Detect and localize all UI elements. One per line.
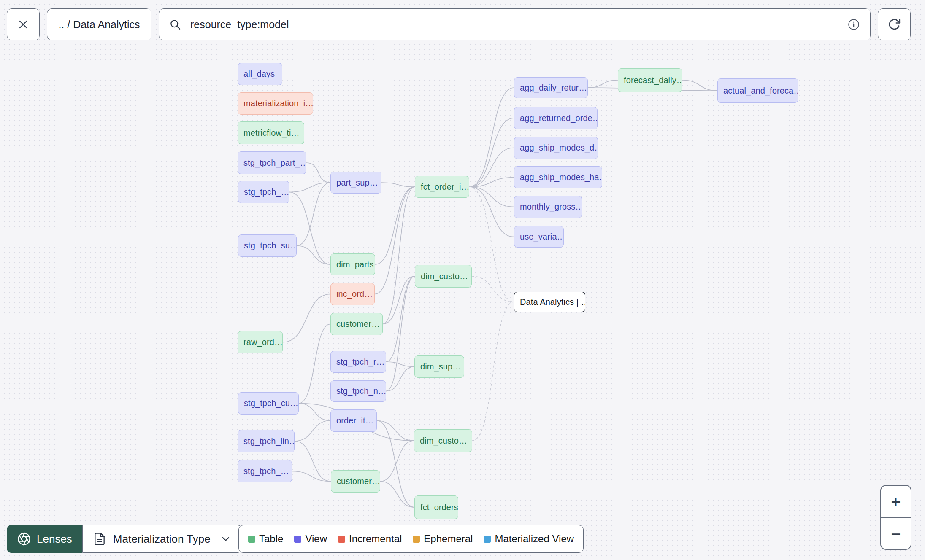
graph-node-customer_a[interactable]: customer… [330,313,383,335]
graph-nodes: all_daysmaterialization_i…metricflow_ti…… [0,0,925,560]
graph-node-dim_parts[interactable]: dim_parts [330,253,375,275]
graph-node-raw_ord[interactable]: raw_ord… [238,331,283,353]
lineage-graph-app: all_daysmaterialization_i…metricflow_ti…… [0,0,925,560]
legend-item-table: Table [248,533,283,545]
lens-selected-label: Materialization Type [113,533,211,546]
graph-node-stg_tpch_su[interactable]: stg_tpch_su… [238,234,297,257]
search-bar [159,8,871,40]
breadcrumb-label: .. / Data Analytics [58,19,140,31]
graph-node-fct_orders[interactable]: fct_orders [414,495,458,519]
graph-node-order_it[interactable]: order_it… [330,409,377,432]
breadcrumb[interactable]: .. / Data Analytics [47,8,151,40]
legend-label: Ephemeral [424,533,473,545]
graph-node-stg_tpch_part[interactable]: stg_tpch_part_… [238,151,306,174]
lens-selector[interactable]: Materialization Type [82,525,242,553]
zoom-controls: + − [880,485,911,550]
graph-node-materialization_i[interactable]: materialization_i… [238,92,313,115]
close-icon [16,18,30,31]
legend-item-ephemeral: Ephemeral [413,533,473,545]
document-icon [93,532,106,546]
graph-node-metricflow_ti[interactable]: metricflow_ti… [238,121,304,144]
graph-node-stg_tpch_a[interactable]: stg_tpch_… [238,181,289,203]
legend-swatch [484,536,491,543]
close-button[interactable] [7,8,40,40]
legend-swatch [338,536,345,543]
graph-node-dim_sup[interactable]: dim_sup… [414,355,464,378]
graph-node-customer_b[interactable]: customer… [331,470,380,493]
graph-node-stg_tpch_cu[interactable]: stg_tpch_cu… [238,392,299,415]
graph-node-agg_ship_modes_ha[interactable]: agg_ship_modes_ha… [514,166,602,188]
graph-node-dim_custo_a[interactable]: dim_custo… [415,265,472,288]
legend-label: Incremental [349,533,402,545]
legend-item-materialized-view: Materialized View [484,533,574,545]
chevron-down-icon [220,533,232,545]
graph-node-agg_ship_modes_d[interactable]: agg_ship_modes_d… [514,137,598,159]
graph-node-stg_tpch_b[interactable]: stg_tpch_… [238,460,292,482]
graph-node-use_varia[interactable]: use_varia… [514,226,564,248]
legend-label: View [305,533,327,545]
materialization-legend: TableViewIncrementalEphemeralMaterialize… [238,525,584,553]
lenses-button[interactable]: Lenses [7,525,82,553]
graph-node-forecast_daily[interactable]: forecast_daily… [618,68,682,92]
legend-label: Materialized View [495,533,574,545]
graph-node-stg_tpch_r[interactable]: stg_tpch_r… [330,351,386,373]
legend-swatch [248,536,255,543]
graph-node-agg_daily_retur[interactable]: agg_daily_retur… [514,77,588,98]
legend-label: Table [259,533,283,545]
graph-node-fct_order_i[interactable]: fct_order_i… [415,176,469,198]
legend-item-view: View [294,533,327,545]
lens-controls: Lenses Materialization Type [7,525,242,553]
legend-swatch [294,536,301,543]
graph-node-agg_returned_orde[interactable]: agg_returned_orde… [514,107,598,129]
zoom-out-button[interactable]: − [881,517,911,549]
graph-node-stg_tpch_n[interactable]: stg_tpch_n… [330,380,386,402]
zoom-in-button[interactable]: + [881,486,911,517]
legend-swatch [413,536,420,543]
refresh-button[interactable] [878,8,911,40]
graph-node-stg_tpch_lin[interactable]: stg_tpch_lin… [238,430,295,452]
refresh-icon [887,18,901,31]
graph-node-actual_and_foreca[interactable]: actual_and_foreca… [717,78,798,103]
legend-item-incremental: Incremental [338,533,402,545]
graph-node-dim_custo_b[interactable]: dim_custo… [414,429,472,452]
graph-node-part_sup[interactable]: part_sup… [330,172,381,194]
graph-node-monthly_gross[interactable]: monthly_gross… [514,196,582,218]
graph-node-inc_ord[interactable]: inc_ord… [330,283,375,305]
lenses-label: Lenses [37,533,72,546]
info-icon[interactable] [847,18,860,31]
top-bar: .. / Data Analytics [7,8,911,40]
graph-node-project_data_analytics[interactable]: Data Analytics | … [514,292,585,312]
graph-node-all_days[interactable]: all_days [238,63,282,85]
search-input[interactable] [189,18,839,31]
search-icon [169,19,181,30]
aperture-icon [17,532,31,546]
